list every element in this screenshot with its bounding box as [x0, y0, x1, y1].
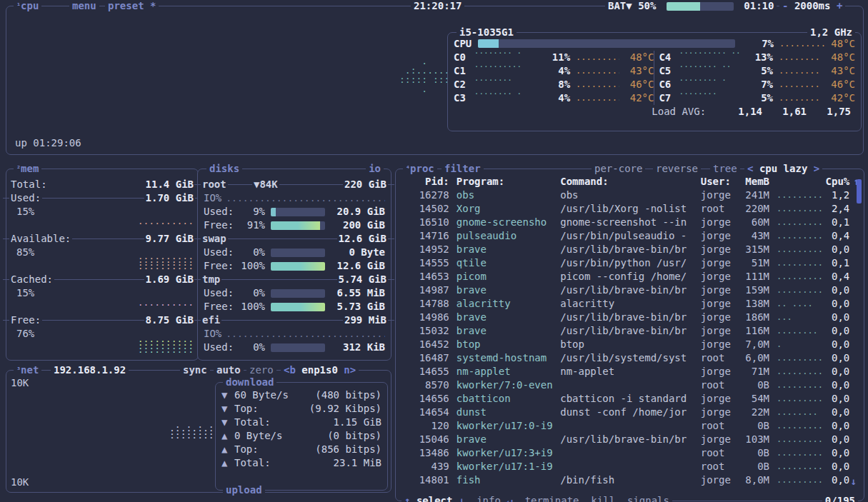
row-spacer [849, 446, 859, 460]
per-core-toggle[interactable]: per-core [592, 162, 645, 176]
mem-panel-title[interactable]: ²mem [14, 162, 41, 176]
core-temp: 42°C [619, 91, 654, 105]
scrollbar-thumb[interactable] [857, 179, 862, 204]
mem-cached-label: Cached: [9, 273, 54, 285]
disks-panel-title[interactable]: disks [206, 162, 242, 176]
col-cpu[interactable]: Cpu% [823, 175, 849, 189]
filter-button[interactable]: filter [442, 162, 484, 176]
process-row[interactable]: 439 kworker/u17:1-i9 root 0B ......... 0… [400, 460, 859, 473]
process-row[interactable]: 14987 brave /usr/lib/brave-bin/br jorge … [400, 283, 859, 297]
process-cpu: 0,0 [823, 446, 849, 460]
process-mem-graph: ........ [769, 324, 823, 338]
process-row[interactable]: 16452 btop btop jorge 7,0M . ........ 0,… [400, 338, 859, 351]
preset-button[interactable]: preset * [105, 0, 159, 13]
process-row[interactable]: 8570 kworker/7:0-even root 0B ......... … [400, 378, 859, 392]
process-cpu: 0,0 [823, 243, 849, 256]
process-row[interactable]: 15032 brave /usr/lib/brave-bin/br jorge … [400, 324, 859, 338]
interval-decrease-button[interactable]: - [782, 0, 788, 11]
col-user[interactable]: User: [701, 175, 740, 189]
core-temp: 42°C [822, 91, 855, 105]
process-mem: 51M [740, 256, 769, 270]
process-row[interactable]: 13486 kworker/u17:3+i9 root 0B .........… [400, 446, 859, 460]
disk-efi-header: efi 299 MiB [198, 313, 391, 327]
process-pid: 14555 [400, 256, 449, 270]
process-row[interactable]: 15046 brave /usr/lib/brave-bin/br jorge … [400, 433, 859, 446]
direction-arrow-icon: ▼ [221, 416, 234, 429]
terminate-button[interactable]: terminate [525, 495, 579, 502]
io-mode-button[interactable]: io [366, 162, 384, 176]
disk-free-label: Free: [204, 219, 238, 232]
interval-increase-button[interactable]: + [837, 0, 842, 11]
interface-next-button[interactable]: n> [344, 364, 356, 376]
process-row[interactable]: 14952 brave /usr/lib/brave-bin/br jorge … [400, 243, 859, 256]
disk-name: tmp [201, 273, 221, 285]
process-row[interactable]: 14788 alacritty alacritty jorge 138M .. … [400, 297, 859, 311]
process-row[interactable]: 14655 nm-applet nm-applet jorge 71M ....… [400, 365, 859, 378]
process-pid: 14502 [400, 202, 449, 216]
process-row[interactable]: 14716 pulseaudio /usr/bin/pulseaudio - j… [400, 229, 859, 243]
process-row[interactable]: 14986 brave /usr/lib/brave-bin/br jorge … [400, 311, 859, 324]
process-pid: 14654 [400, 406, 449, 419]
process-row[interactable]: 14555 qtile /usr/bin/python /usr/ jorge … [400, 256, 859, 270]
process-mem-graph: ......... [769, 433, 823, 446]
tree-toggle[interactable]: tree [710, 162, 740, 176]
process-mem-graph: ......... [769, 216, 823, 229]
cpu-panel-title[interactable]: ¹cpu [14, 0, 41, 13]
mem-total-value: 11.4 GiB [146, 178, 194, 191]
process-row[interactable]: 14656 cbatticon cbatticon -i standard jo… [400, 392, 859, 406]
process-mem-graph: ......... [769, 419, 823, 433]
process-cpu: 1,2 [823, 189, 849, 202]
signals-button[interactable]: signals [627, 495, 669, 502]
disk-free-pct: 100% [238, 300, 265, 313]
process-row[interactable]: 14801 fish /bin/fish jorge 8,0M ........… [400, 473, 859, 487]
process-program: btop [449, 338, 560, 351]
disk-root-header: root ▼84K 220 GiB [198, 178, 391, 191]
process-mem-graph: ......... [769, 270, 823, 283]
process-row[interactable]: 14502 Xorg /usr/lib/Xorg -nolist root 22… [400, 202, 859, 216]
process-row[interactable]: 16487 systemd-hostnam /usr/lib/systemd/s… [400, 351, 859, 365]
menu-button[interactable]: menu [69, 0, 99, 13]
process-cpu: 0,0 [823, 365, 849, 378]
proc-panel-title[interactable]: ⁴proc [403, 162, 437, 176]
net-panel-title[interactable]: ³net [14, 363, 41, 377]
process-row[interactable]: 120 kworker/u17:0-i9 root 0B ......... 0… [400, 419, 859, 433]
io-activity-graph: ........................................ [226, 191, 385, 205]
process-row[interactable]: 14654 dunst dunst -conf /home/jor jorge … [400, 406, 859, 419]
process-program: Xorg [449, 202, 560, 216]
process-mem-graph: ......... [769, 243, 823, 256]
disk-free-pct: 100% [238, 259, 265, 273]
reverse-toggle[interactable]: reverse [653, 162, 701, 176]
col-command[interactable]: Command: [560, 175, 701, 189]
net-sync-button[interactable]: sync [180, 363, 210, 377]
scroll-more-indicator[interactable]: ↓ [851, 475, 857, 488]
process-row[interactable]: 16278 obs obs jorge 241M ......... 1,2 [400, 189, 859, 202]
core-label: C3 [454, 91, 474, 105]
info-button[interactable]: info [477, 495, 501, 502]
net-stat-value: (0 bitps) [327, 429, 381, 443]
clock: 21:20:17 [411, 0, 464, 13]
cpu-core-box: i5-1035G1 1,2 GHz CPU 7% ......... 48°C … [447, 32, 862, 131]
col-program[interactable]: Program: [449, 175, 560, 189]
disk-free-pct: 91% [238, 219, 265, 232]
process-row[interactable]: 14653 picom picom --config /home/ jorge … [400, 270, 859, 283]
load-average-label: Load AVG: [652, 105, 706, 119]
process-program: brave [449, 311, 560, 324]
process-row[interactable]: 16510 gnome-screensho gnome-screenshot -… [400, 216, 859, 229]
col-mem[interactable]: MemB [740, 175, 769, 189]
process-program: dunst [449, 406, 560, 419]
select-up-arrow[interactable]: ↑ [404, 495, 410, 502]
mem-cached-graph: .......... [138, 299, 194, 306]
interface-prev-button[interactable]: <b [284, 364, 296, 376]
process-user: jorge [701, 229, 740, 243]
proc-footer-keys: ↑ select ↓ info ↵ terminate kill signals [401, 494, 672, 502]
mem-available-row: Available: 9.77 GiB [6, 232, 198, 246]
select-down-arrow[interactable]: ↓ [459, 495, 464, 502]
direction-arrow-icon: ▲ [221, 443, 234, 456]
sort-next-button[interactable]: > [814, 163, 819, 174]
process-command [560, 446, 701, 460]
kill-button[interactable]: kill [591, 495, 615, 502]
sort-prev-button[interactable]: < [747, 163, 753, 174]
disk-free-bar-fill [271, 303, 325, 311]
col-pid[interactable]: Pid: [400, 175, 449, 189]
process-mem: 241M [740, 189, 769, 202]
